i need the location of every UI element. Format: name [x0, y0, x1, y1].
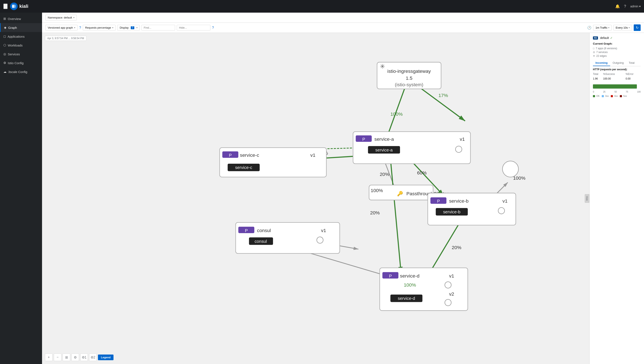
- traffic-dropdown[interactable]: 1m Traffic ▾: [593, 25, 612, 31]
- find-input[interactable]: [142, 25, 175, 31]
- namespace-check-icon: ✓: [610, 36, 613, 40]
- sidebar-item-label: Services: [8, 52, 20, 56]
- layout-2-button[interactable]: ⚙2: [89, 353, 97, 361]
- interval-dropdown[interactable]: Every 10s ▾: [613, 25, 632, 31]
- logo: kiali: [10, 3, 28, 10]
- graph-stat-services: ⊙ 7 services: [593, 51, 641, 54]
- navbar-icons: 🔔 ? admin ▾: [615, 4, 641, 9]
- toolbar-row1: Namespace: default ▾: [42, 13, 644, 23]
- svg-point-64: [317, 237, 323, 243]
- legend-3xx: 3xx: [602, 95, 609, 97]
- tab-outgoing[interactable]: Outgoing: [610, 60, 626, 66]
- svg-text:(istio-system): (istio-system): [395, 82, 423, 87]
- hide-input[interactable]: [177, 25, 210, 31]
- cell-success: 100.00: [603, 76, 626, 81]
- fit-graph-button[interactable]: ⊞: [63, 353, 70, 361]
- tab-incoming[interactable]: Incoming: [593, 60, 610, 66]
- sidebar: ⊞ Overview ◈ Graph ◻ Applications ⬡ Work…: [0, 13, 42, 364]
- svg-text:100%: 100%: [370, 188, 383, 193]
- bar-chart: 0 25 50 75 100 OK 3xx: [593, 84, 641, 97]
- edges-icon: ✳: [593, 55, 595, 57]
- sidebar-item-workloads[interactable]: ⬡ Workloads: [0, 41, 42, 50]
- sidebar-item-graph[interactable]: ◈ Graph: [0, 23, 42, 32]
- tab-total[interactable]: Total: [626, 60, 637, 66]
- metric-type-dropdown[interactable]: Requests percentage ▾: [83, 25, 116, 31]
- sidebar-item-overview[interactable]: ⊞ Overview: [0, 14, 42, 23]
- svg-text:100%: 100%: [390, 111, 402, 117]
- legend-ok: OK: [593, 95, 600, 97]
- svg-text:service-d: service-d: [400, 273, 420, 279]
- svg-text:P: P: [437, 199, 440, 204]
- svg-text:v1: v1: [310, 152, 316, 158]
- zoom-in-button[interactable]: +: [45, 353, 52, 361]
- chevron-down-icon: ▾: [73, 17, 74, 19]
- 3xx-dot: [602, 95, 604, 97]
- svg-text:60%: 60%: [417, 170, 427, 175]
- graph-canvas[interactable]: Apr 3, 9:57:54 PM ... 9:58:54 PM 100%: [42, 33, 589, 364]
- graph-controls: + − ⊞ ⚙ ⚙1 ⚙2 Legend: [45, 353, 114, 361]
- svg-text:v2: v2: [449, 291, 454, 297]
- svg-text:🔑: 🔑: [397, 191, 403, 197]
- sidebar-item-label: Istio Config: [8, 61, 24, 65]
- chevron-down-icon: ▾: [74, 27, 75, 29]
- graph-timestamp: Apr 3, 9:57:54 PM ... 9:58:54 PM: [45, 36, 86, 41]
- sidebar-item-istio-config[interactable]: ⚙ Istio Config: [0, 59, 42, 67]
- filter-help-icon[interactable]: ?: [212, 26, 214, 30]
- layout-option-button[interactable]: ⚙: [72, 353, 79, 361]
- graph-type-dropdown[interactable]: Versioned app graph ▾: [46, 25, 78, 31]
- cell-error: 0.00: [626, 76, 641, 81]
- notifications-button[interactable]: 🔔: [615, 4, 620, 9]
- col-total: Total: [593, 73, 603, 76]
- svg-text:service-d: service-d: [398, 296, 415, 301]
- sidebar-item-3scale-config[interactable]: ☁ 3scale Config: [0, 67, 42, 76]
- svg-text:service-a: service-a: [376, 148, 393, 152]
- help-button[interactable]: ?: [624, 4, 626, 9]
- kiali-logo-icon: [10, 3, 18, 10]
- graph-stat-edges: ✳ 22 edges: [593, 55, 641, 57]
- istio-config-icon: ⚙: [3, 61, 6, 65]
- graph-icon: ◈: [4, 26, 6, 30]
- svg-text:20%: 20%: [370, 210, 380, 216]
- sidebar-item-label: Graph: [8, 26, 17, 30]
- svg-text:v1: v1: [321, 228, 326, 233]
- user-menu[interactable]: admin ▾: [630, 5, 641, 8]
- ns-badge: NS: [593, 36, 598, 40]
- namespace-dropdown[interactable]: Namespace: default ▾: [46, 15, 77, 21]
- legend-5xx: 5xx: [620, 95, 627, 97]
- graph-svg: 100% 17% 60% 100% 20% 20%: [42, 33, 589, 364]
- svg-rect-78: [593, 84, 637, 89]
- svg-text:v1: v1: [502, 198, 508, 204]
- chevron-down-icon: ▾: [629, 27, 630, 29]
- bar-legend: OK 3xx 4xx 5xx: [593, 95, 641, 97]
- svg-text:v1: v1: [449, 273, 454, 279]
- svg-text:consul: consul: [257, 228, 271, 233]
- sidebar-item-services[interactable]: ◎ Services: [0, 50, 42, 59]
- svg-text:P: P: [362, 137, 365, 142]
- layout-1-button[interactable]: ⚙1: [80, 353, 88, 361]
- sidebar-item-applications[interactable]: ◻ Applications: [0, 32, 42, 41]
- legend-button[interactable]: Legend: [98, 354, 114, 360]
- svg-point-2: [14, 5, 16, 8]
- toolbar-row2: Versioned app graph ▾ ? Requests percent…: [42, 23, 644, 33]
- graph-type-help-icon[interactable]: ?: [79, 26, 81, 30]
- svg-text:20%: 20%: [380, 171, 390, 177]
- svg-point-58: [502, 161, 518, 177]
- refresh-button[interactable]: ↻: [634, 24, 641, 31]
- svg-text:P: P: [229, 153, 232, 158]
- sidebar-item-label: Applications: [8, 35, 24, 38]
- 4xx-dot: [611, 95, 613, 97]
- svg-text:service-c: service-c: [235, 165, 252, 170]
- services-stat-icon: ⊙: [593, 51, 595, 54]
- workloads-icon: ⬡: [3, 43, 6, 47]
- ns-header: NS default ✓: [593, 36, 641, 40]
- hide-panel-button[interactable]: Hide: [585, 194, 589, 203]
- sidebar-item-label: Overview: [8, 17, 21, 21]
- cell-total: 1.96: [593, 76, 603, 81]
- kiali-logo-text: kiali: [19, 4, 28, 9]
- traffic-controls: 🕐 1m Traffic ▾ Every 10s ▾ ↻: [587, 24, 641, 31]
- hamburger-menu[interactable]: ☰: [3, 4, 8, 9]
- legend-4xx: 4xx: [611, 95, 618, 97]
- display-dropdown[interactable]: Display 7 ▾: [117, 25, 140, 31]
- zoom-out-button[interactable]: −: [54, 353, 61, 361]
- graph-stat-apps: □ 7 apps (8 versions): [593, 47, 641, 50]
